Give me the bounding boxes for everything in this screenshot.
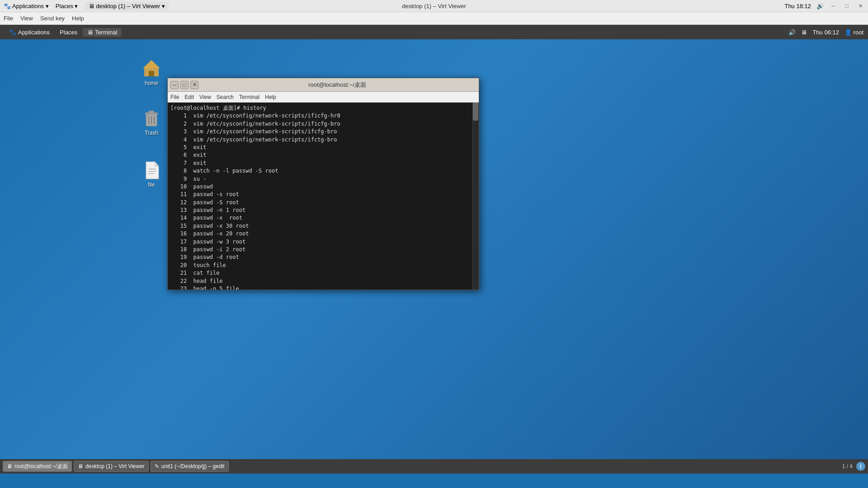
terminal-menu: File Edit View Search Terminal Help [168,92,479,103]
terminal-menu-terminal[interactable]: Terminal [239,94,259,100]
desktop-container: 🐾 Applications Places 🖥 Terminal 🔊 🖥 Thu… [0,25,868,488]
gnome-taskbar: 🖥 root@localhost:~/桌面 🖥 desktop (1) – Vi… [0,459,868,474]
taskbar-viewer-icon: 🖥 [78,463,83,469]
terminal-maximize[interactable]: □ [180,81,189,89]
terminal-panel-btn[interactable]: 🖥 Terminal [83,28,122,37]
terminal-menu-view[interactable]: View [199,94,211,100]
taskbar-gedit-icon: ✎ [155,463,159,469]
file-svg [142,160,161,180]
desktop-icon-home[interactable]: home [133,57,170,86]
gnome-panel-left: 🐾 Applications Places 🖥 Terminal [5,28,122,37]
terminal-title: root@localhost:~/桌面 [198,81,476,89]
terminal-window: ─ □ ✕ root@localhost:~/桌面 File Edit View… [167,78,479,290]
terminal-content[interactable]: [root@localhost 桌面]# history 1 vim /etc/… [168,103,479,290]
outer-titlebar-left: 🐾 desktop (1) – Virt ViewerApplications … [4,2,169,10]
gnome-panel-right: 🔊 🖥 Thu 06:12 👤 root [788,29,863,36]
menu-file[interactable]: File [4,15,13,22]
viewer-menu[interactable]: 🖥 desktop (1) – Virt Viewer ▾ [85,2,169,10]
terminal-menu-edit[interactable]: Edit [184,94,194,100]
applications-panel-btn[interactable]: 🐾 Applications [5,28,54,37]
taskbar-gedit-label: unit1 (~/Desktop/jj) – gedit [161,463,225,469]
taskbar-info-button[interactable]: i [856,462,865,471]
taskbar-viewer-label: desktop (1) – Virt Viewer [85,463,145,469]
terminal-icon: 🖥 [87,29,93,36]
places-panel-btn[interactable]: Places [55,28,82,37]
taskbar-terminal-icon: 🖥 [7,463,12,469]
terminal-win-buttons: ─ □ ✕ [170,81,198,89]
file-label: file [148,182,155,188]
user-icon: 👤 [844,29,852,36]
trash-label: Trash [145,130,158,136]
page-info: 1 / 4 [842,463,853,469]
volume-icon: 🔊 [816,3,824,9]
places-menu[interactable]: Places ▾ [56,3,78,9]
home-svg [142,58,161,78]
window-title: desktop (1) – Virt Viewer [402,3,466,9]
terminal-text: [root@localhost 桌面]# history 1 vim /etc/… [170,104,476,290]
minimize-button[interactable]: ─ [829,2,837,10]
terminal-menu-search[interactable]: Search [217,94,234,100]
desktop-icon-file[interactable]: file [133,159,170,188]
terminal-minimize[interactable]: ─ [170,81,179,89]
apps-icon: 🐾 [9,29,16,36]
outer-menubar: File View Send key Help [0,12,868,25]
volume-panel-icon[interactable]: 🔊 [788,29,796,36]
svg-marker-10 [155,162,159,166]
taskbar-terminal-label: root@localhost:~/桌面 [14,463,68,470]
gnome-panel: 🐾 Applications Places 🖥 Terminal 🔊 🖥 Thu… [0,25,868,39]
svg-marker-1 [143,60,160,68]
panel-time: Thu 06:12 [812,29,839,36]
terminal-scrollbar[interactable] [472,103,479,290]
panel-user: 👤 root [844,29,863,36]
svg-rect-5 [149,111,154,113]
menu-view[interactable]: View [20,15,33,22]
taskbar-item-viewer[interactable]: 🖥 desktop (1) – Virt Viewer [74,461,149,472]
svg-rect-2 [149,71,154,76]
terminal-menu-help[interactable]: Help [265,94,276,100]
maximize-button[interactable]: □ [843,2,851,10]
terminal-titlebar: ─ □ ✕ root@localhost:~/桌面 [168,78,479,92]
clock-display: Thu 18:12 [784,3,811,9]
desktop-icon-trash[interactable]: Trash [133,107,170,136]
trash-svg [142,108,161,128]
menu-help[interactable]: Help [72,15,84,22]
titlebar-controls: Thu 18:12 🔊 ─ □ ✕ [784,2,864,10]
outer-titlebar: 🐾 desktop (1) – Virt ViewerApplications … [0,0,868,12]
close-button[interactable]: ✕ [856,2,864,10]
trash-icon-img [141,107,162,129]
desktop-area: home Trash [0,39,868,474]
terminal-menu-file[interactable]: File [170,94,179,100]
applications-menu[interactable]: 🐾 desktop (1) – Virt ViewerApplications … [4,3,49,9]
taskbar-item-gedit[interactable]: ✎ unit1 (~/Desktop/jj) – gedit [151,461,229,472]
terminal-close[interactable]: ✕ [190,81,198,89]
screen-icon[interactable]: 🖥 [801,29,807,36]
file-icon-img [141,159,162,181]
taskbar-item-terminal[interactable]: 🖥 root@localhost:~/桌面 [3,461,72,472]
home-icon-img [141,57,162,79]
home-label: home [145,80,158,86]
terminal-scrollbar-thumb[interactable] [473,103,478,121]
menu-sendkey[interactable]: Send key [40,15,65,22]
taskbar-right: 1 / 4 i [842,462,865,471]
